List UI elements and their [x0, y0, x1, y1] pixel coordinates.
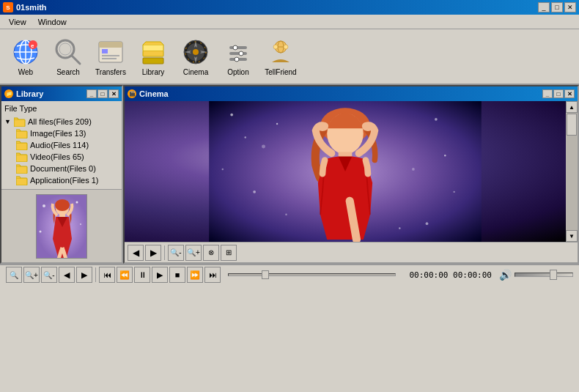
cinema-toolbar: ◀ ▶ 🔍- 🔍+ ⊗ ⊞	[125, 242, 578, 262]
tree-video-item[interactable]: Video(Files 65)	[16, 151, 119, 163]
svg-rect-10	[99, 42, 122, 48]
tree-document-label: Document(Files 0)	[30, 164, 96, 173]
tree-image-label: Image(Files 13)	[30, 129, 86, 138]
svg-point-44	[80, 223, 81, 225]
svg-point-27	[233, 45, 237, 50]
tree-root-item[interactable]: ▼ All files(Files 209)	[4, 116, 119, 127]
zoom-fit-btn[interactable]: ⊞	[221, 245, 237, 261]
close-button[interactable]: ✕	[564, 2, 576, 12]
transport-zoom-in-btn[interactable]: 🔍+	[23, 267, 40, 283]
option-label: Option	[227, 68, 248, 76]
library-content: File Type ▼ All files(Files 209) Image(F…	[1, 101, 122, 189]
folder-icon-image	[16, 128, 28, 138]
step-forward-btn[interactable]: ⏩	[187, 267, 203, 283]
nav-back-btn[interactable]: ◀	[128, 245, 144, 261]
svg-point-60	[399, 227, 400, 229]
folder-icon-application	[16, 175, 28, 185]
library-panel: 📁 Library _ □ ✕ File Type ▼ All files(Fi…	[0, 85, 123, 264]
scrollbar-down-btn[interactable]: ▼	[566, 230, 578, 242]
volume-thumb[interactable]	[550, 270, 557, 280]
toolbar-web-button[interactable]: e Web	[6, 32, 45, 81]
tree-application-item[interactable]: Application(Files 1)	[16, 174, 119, 186]
scrollbar-up-btn[interactable]: ▲	[566, 101, 578, 113]
library-maximize-btn[interactable]: □	[97, 89, 108, 98]
transport-prev-btn[interactable]: ◀	[59, 267, 75, 283]
tree-video-label: Video(Files 65)	[30, 152, 84, 161]
pause-btn[interactable]: ⏸	[134, 267, 150, 283]
cinema-panel: 🎬 Cinema _ □ ✕	[123, 85, 579, 264]
svg-rect-36	[16, 131, 27, 138]
tree-image-item[interactable]: Image(Files 13)	[16, 127, 119, 139]
toolbar-search-button[interactable]: Search	[48, 32, 88, 81]
library-close-btn[interactable]: ✕	[108, 89, 119, 98]
toolbar-transfers-button[interactable]: Transfers	[91, 32, 130, 81]
svg-point-42	[43, 204, 45, 207]
transport-bar: 🔍 🔍+ 🔍- ◀ ▶ ⏮ ⏪ ⏸ ▶ ■ ⏩ ⏭ 00:00:00 00:00…	[0, 264, 579, 284]
svg-rect-37	[16, 143, 27, 150]
zoom-out-btn[interactable]: 🔍-	[168, 245, 184, 261]
volume-icon: 🔊	[499, 269, 512, 281]
main-panels: 📁 Library _ □ ✕ File Type ▼ All files(Fi…	[0, 85, 579, 264]
menu-window[interactable]: Window	[32, 16, 73, 28]
cinema-image	[125, 101, 566, 242]
progress-area	[228, 273, 396, 276]
toolbar-tellfriend-button[interactable]: TellFriend	[261, 32, 300, 81]
folder-icon-audio	[16, 140, 28, 150]
svg-rect-38	[16, 155, 27, 162]
svg-rect-11	[102, 49, 108, 53]
toolbar-library-button[interactable]: Library	[133, 32, 173, 81]
svg-point-47	[55, 199, 70, 211]
progress-thumb[interactable]	[262, 270, 269, 279]
play-btn[interactable]: ▶	[152, 267, 168, 283]
svg-point-51	[245, 136, 246, 138]
toolbar-cinema-button[interactable]: Cinema	[176, 32, 215, 81]
transfers-label: Transfers	[95, 68, 126, 76]
menu-bar: View Window	[0, 15, 579, 29]
tree-audio-item[interactable]: Audio(Files 114)	[16, 139, 119, 151]
volume-area: 🔊	[499, 269, 573, 281]
folder-open-icon	[14, 117, 26, 127]
library-label: Library	[142, 68, 165, 76]
cinema-close-btn[interactable]: ✕	[564, 89, 575, 98]
tree-document-item[interactable]: Document(Files 0)	[16, 163, 119, 174]
svg-rect-35	[14, 119, 25, 127]
cinema-title: Cinema	[139, 89, 169, 98]
nav-forward-btn[interactable]: ▶	[145, 245, 161, 261]
svg-point-57	[453, 191, 454, 193]
scrollbar-thumb[interactable]	[567, 114, 577, 136]
library-panel-icon: 📁	[4, 89, 13, 98]
title-bar: S 01smith _ □ ✕	[0, 0, 579, 15]
cinema-maximize-btn[interactable]: □	[553, 89, 564, 98]
svg-rect-13	[102, 58, 117, 59]
tree-expand-root: ▼	[4, 118, 12, 125]
step-back-btn[interactable]: ⏪	[117, 267, 133, 283]
svg-rect-40	[16, 178, 27, 185]
maximize-button[interactable]: □	[551, 2, 563, 12]
transport-zoom-icon[interactable]: 🔍	[6, 267, 22, 283]
cinema-panel-icon: 🎬	[128, 89, 136, 98]
scrollbar-track	[566, 113, 578, 230]
tellfriend-icon	[266, 37, 295, 67]
svg-rect-15	[143, 51, 163, 56]
transport-next-btn[interactable]: ▶	[76, 267, 92, 283]
minimize-button[interactable]: _	[538, 2, 550, 12]
next-track-btn[interactable]: ⏭	[204, 267, 221, 283]
prev-track-btn[interactable]: ⏮	[99, 267, 115, 283]
library-minimize-btn[interactable]: _	[86, 89, 97, 98]
cinema-minimize-btn[interactable]: _	[542, 89, 553, 98]
tree-application-label: Application(Files 1)	[30, 176, 99, 185]
svg-point-45	[40, 230, 42, 232]
zoom-in-btn[interactable]: 🔍+	[185, 245, 202, 261]
svg-rect-14	[143, 58, 163, 64]
svg-point-53	[253, 191, 256, 193]
stop-btn[interactable]: ■	[169, 267, 185, 283]
transport-zoom-out-btn[interactable]: 🔍-	[41, 267, 57, 283]
toolbar-option-button[interactable]: Option	[218, 32, 258, 81]
progress-track[interactable]	[228, 273, 396, 276]
volume-slider[interactable]	[515, 273, 573, 277]
svg-point-34	[284, 45, 288, 49]
transport-sep	[95, 267, 96, 282]
zoom-reset-btn[interactable]: ⊗	[203, 245, 219, 261]
menu-view[interactable]: View	[3, 16, 32, 28]
file-type-label: File Type	[4, 104, 119, 113]
